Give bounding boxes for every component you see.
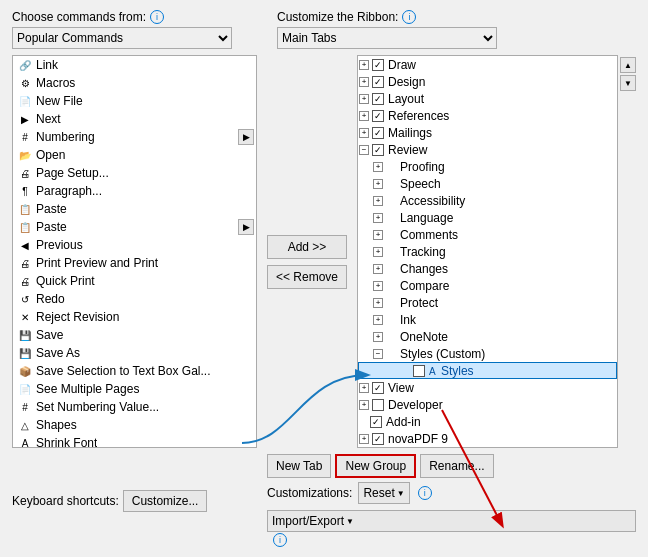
left-list-item[interactable]: 📄See Multiple Pages [13,380,256,398]
tree-checkbox[interactable] [372,144,384,156]
tree-checkbox[interactable] [372,382,384,394]
tree-expand-icon[interactable]: + [373,213,383,223]
tree-item[interactable]: +Draw [358,56,617,73]
tree-item[interactable]: +OneNote [358,328,617,345]
left-list-item[interactable]: ✕Reject Revision [13,308,256,326]
tree-expand-icon[interactable]: + [359,60,369,70]
left-list[interactable]: 🔗Link⚙Macros📄New File▶Next#Numbering▶📂Op… [12,55,257,448]
left-list-item[interactable]: 🖨Quick Print [13,272,256,290]
tree-item[interactable]: +novaPDF 9 [358,430,617,447]
tree-checkbox[interactable] [372,76,384,88]
left-list-item[interactable]: #Set Numbering Value... [13,398,256,416]
left-list-item[interactable]: 📋Paste▶ [13,218,256,236]
tree-expand-icon[interactable]: + [359,111,369,121]
tree-item[interactable]: +Speech [358,175,617,192]
tree-expand-icon[interactable]: + [359,94,369,104]
import-export-dropdown[interactable]: Import/Export ▼ [267,510,636,532]
left-list-item[interactable]: ◀Previous [13,236,256,254]
tree-expand-icon[interactable]: + [373,247,383,257]
tree-expand-icon[interactable]: − [359,145,369,155]
tree-item[interactable]: +Changes [358,260,617,277]
tree-item[interactable]: +Accessibility [358,192,617,209]
tree-checkbox[interactable] [372,433,384,445]
tree-item[interactable]: +Mailings [358,124,617,141]
left-list-item[interactable]: 📄New File [13,92,256,110]
tree-expand-icon[interactable]: + [373,281,383,291]
left-list-item[interactable]: ⚙Macros [13,74,256,92]
tree-expand-icon[interactable]: + [373,196,383,206]
tree-checkbox[interactable] [370,416,382,428]
left-list-item[interactable]: ▶Next [13,110,256,128]
left-list-item[interactable]: 🔗Link [13,56,256,74]
tree-item[interactable]: +Developer [358,396,617,413]
tree-checkbox[interactable] [372,127,384,139]
customize-button[interactable]: Customize... [123,490,208,512]
left-list-item[interactable]: △Shapes [13,416,256,434]
tree-item[interactable]: Add-in [358,413,617,430]
left-list-item[interactable]: #Numbering▶ [13,128,256,146]
left-info-icon[interactable]: i [150,10,164,24]
left-list-item[interactable]: 📦Save Selection to Text Box Gal... [13,362,256,380]
customizations-info-icon[interactable]: i [418,486,432,500]
tree-item[interactable]: A Styles [358,362,617,379]
tree-item[interactable]: +Proofing [358,158,617,175]
tree-expand-icon[interactable]: + [359,77,369,87]
tree-item[interactable]: +Layout [358,90,617,107]
expand-more-icon[interactable]: ▶ [238,129,254,145]
new-tab-button[interactable]: New Tab [267,454,331,478]
tree-item[interactable]: −Styles (Custom) [358,345,617,362]
tree-expand-icon[interactable]: + [359,383,369,393]
tree-expand-icon[interactable]: + [373,264,383,274]
tree-expand-icon[interactable]: + [373,315,383,325]
import-export-info-icon[interactable]: i [273,533,287,547]
tree-item[interactable]: +View [358,379,617,396]
reset-dropdown[interactable]: Reset ▼ [358,482,409,504]
tree-expand-icon[interactable]: + [359,434,369,444]
tree-item[interactable]: +Compare [358,277,617,294]
tree-expand-icon[interactable]: + [373,332,383,342]
left-list-item[interactable]: ↺Redo [13,290,256,308]
tree-item[interactable]: +Language [358,209,617,226]
tree-item[interactable]: +Design [358,73,617,90]
expand-more-icon[interactable]: ▶ [238,219,254,235]
tree-item[interactable]: +References [358,107,617,124]
left-list-item[interactable]: 🖨Print Preview and Print [13,254,256,272]
tree-expand-icon[interactable]: + [373,162,383,172]
left-list-item[interactable]: 📂Open [13,146,256,164]
scroll-up-button[interactable]: ▲ [620,57,636,73]
tree-checkbox[interactable] [372,59,384,71]
tree-checkbox[interactable] [413,365,425,377]
remove-button[interactable]: << Remove [267,265,347,289]
tree-item[interactable]: +Comments [358,226,617,243]
middle-row: 🔗Link⚙Macros📄New File▶Next#Numbering▶📂Op… [12,55,636,448]
scroll-down-button[interactable]: ▼ [620,75,636,91]
tree-checkbox[interactable] [372,110,384,122]
rename-button[interactable]: Rename... [420,454,493,478]
left-list-item[interactable]: AShrink Font [13,434,256,448]
tree-item[interactable]: +Protect [358,294,617,311]
tree-item[interactable]: +Ink [358,311,617,328]
left-list-item[interactable]: 💾Save [13,326,256,344]
tree-expand-icon[interactable]: + [373,230,383,240]
tree-expand-icon[interactable]: + [373,298,383,308]
tree-expand-icon[interactable]: − [373,349,383,359]
left-dropdown[interactable]: Popular Commands [12,27,232,49]
tree-expand-icon[interactable]: + [373,179,383,189]
tree-expand-icon[interactable]: + [359,400,369,410]
tree-item[interactable]: −Review [358,141,617,158]
right-tree-list[interactable]: +Draw+Design+Layout+References+Mailings−… [357,55,618,448]
tree-checkbox[interactable] [372,399,384,411]
list-item-icon: 📂 [17,147,33,163]
right-dropdown[interactable]: Main Tabs [277,27,497,49]
left-list-item[interactable]: 🖨Page Setup... [13,164,256,182]
left-list-item[interactable]: ¶Paragraph... [13,182,256,200]
new-group-button[interactable]: New Group [335,454,416,478]
add-button[interactable]: Add >> [267,235,347,259]
tree-checkbox[interactable] [372,93,384,105]
right-info-icon[interactable]: i [402,10,416,24]
left-list-item[interactable]: 💾Save As [13,344,256,362]
left-list-item[interactable]: 📋Paste [13,200,256,218]
tree-item[interactable]: +Tracking [358,243,617,260]
left-panel-label: Choose commands from: i [12,10,257,24]
tree-expand-icon[interactable]: + [359,128,369,138]
